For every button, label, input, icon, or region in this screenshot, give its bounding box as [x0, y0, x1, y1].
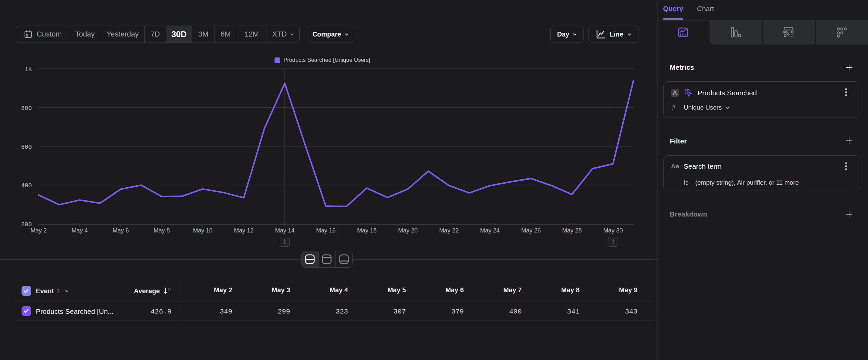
svg-text:May 30: May 30	[603, 227, 623, 234]
svg-text:May 10: May 10	[193, 227, 213, 234]
svg-text:May 6: May 6	[113, 227, 129, 234]
svg-text:May 2: May 2	[31, 227, 47, 234]
svg-text:May 4: May 4	[72, 227, 88, 234]
svg-text:May 28: May 28	[562, 227, 582, 234]
svg-text:May 20: May 20	[398, 227, 418, 234]
svg-text:May 18: May 18	[357, 227, 377, 234]
svg-text:May 22: May 22	[439, 227, 459, 234]
svg-text:May 14: May 14	[275, 227, 294, 234]
svg-text:800: 800	[21, 105, 32, 112]
svg-text:May 26: May 26	[521, 227, 541, 234]
svg-text:May 12: May 12	[234, 227, 254, 234]
svg-text:600: 600	[21, 144, 32, 150]
svg-text:May 16: May 16	[316, 227, 336, 234]
svg-text:400: 400	[21, 182, 32, 189]
svg-text:May 8: May 8	[154, 227, 170, 234]
svg-text:1K: 1K	[25, 66, 32, 73]
svg-text:May 24: May 24	[480, 227, 500, 234]
